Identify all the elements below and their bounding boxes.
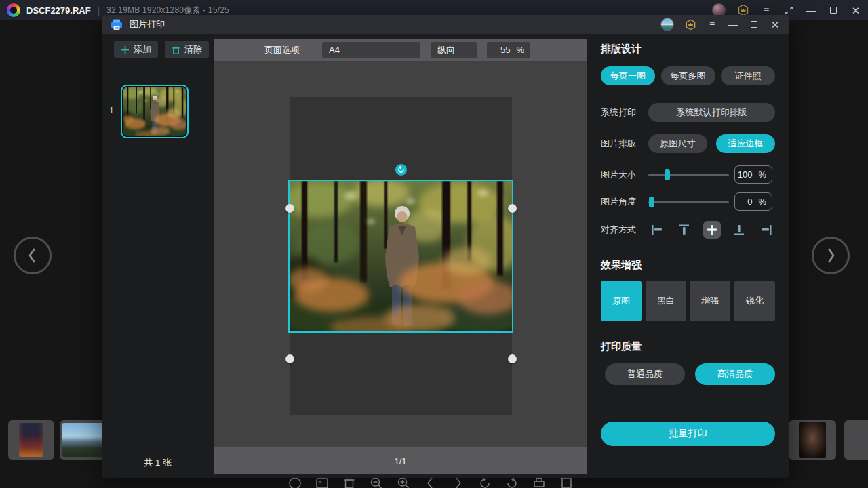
layout-one-per-page-button[interactable]: 每页一图 [601, 66, 655, 85]
image-size-unit: % [758, 169, 766, 180]
paper-size-select[interactable]: A4 [322, 42, 420, 58]
printer-icon [110, 18, 123, 31]
rotate-handle[interactable] [395, 164, 407, 176]
page-options-bar: 页面选项 A4 纵向 55 % [214, 39, 587, 61]
total-count-label: 共 1 张 [102, 457, 214, 469]
clear-button-label: 清除 [184, 43, 202, 56]
effect-bw-button[interactable]: 黑白 [646, 281, 686, 321]
thumbnail-landscape [62, 423, 104, 457]
layout-section-title: 排版设计 [601, 43, 642, 56]
file-name: DSCF2279.RAF [26, 5, 91, 16]
add-button-label: 添加 [134, 43, 151, 56]
image-angle-value: 0 [747, 197, 752, 207]
page-indicator-bar: 1/1 [214, 447, 587, 474]
print-settings-panel: 排版设计 每页一图 每页多图 证件照 系统打印 系统默认打印排版 图片排版 原图… [587, 34, 789, 478]
forest-photo [290, 181, 512, 331]
menu-icon[interactable]: ≡ [761, 5, 772, 16]
image-angle-slider[interactable] [648, 197, 729, 207]
quality-section-title: 打印质量 [601, 340, 642, 353]
original-size-button[interactable]: 原图尺寸 [648, 134, 707, 153]
print-dialog: 图片打印 ≡ — ✕ 添加 清除 [102, 15, 789, 478]
image-size-slider-thumb[interactable] [665, 169, 670, 180]
print-preview-canvas[interactable] [214, 61, 587, 447]
zoom-value: 55 [500, 45, 510, 55]
effect-enhance-button[interactable]: 增强 [690, 281, 730, 321]
chevron-left-icon [24, 246, 41, 265]
quality-hd-button[interactable]: 高清品质 [695, 363, 775, 385]
dialog-titlebar: 图片打印 ≡ — ✕ [102, 15, 789, 34]
dialog-title: 图片打印 [130, 18, 165, 30]
placed-photo[interactable] [290, 181, 512, 331]
plus-icon [121, 45, 130, 54]
dialog-maximize-button[interactable] [749, 19, 760, 30]
align-top-icon[interactable] [675, 221, 693, 239]
image-angle-slider-thumb[interactable] [649, 197, 654, 207]
resize-handle-bottom-right[interactable] [508, 354, 517, 363]
dialog-minimize-button[interactable]: — [728, 19, 738, 30]
align-left-icon[interactable] [648, 221, 666, 239]
next-image-button[interactable] [812, 237, 850, 274]
close-button[interactable]: ✕ [850, 5, 861, 16]
resize-handle-top-left[interactable] [285, 204, 294, 213]
thumbnail-hooded-man [799, 422, 826, 458]
layout-id-photo-button[interactable]: 证件照 [721, 66, 775, 85]
resize-handle-top-right[interactable] [508, 204, 517, 213]
print-list-panel: 添加 清除 1 共 1 张 [102, 34, 214, 478]
fit-frame-button[interactable]: 适应边框 [716, 134, 775, 153]
orientation-value: 纵向 [437, 44, 455, 56]
chevron-right-icon [823, 246, 839, 265]
resize-handle-bottom-left[interactable] [285, 354, 294, 363]
thumbnail-forest-photo [123, 87, 186, 136]
effect-original-button[interactable]: 原图 [601, 281, 642, 321]
align-bottom-icon[interactable] [730, 221, 748, 239]
maximize-button[interactable] [828, 5, 839, 16]
trash-icon [172, 45, 180, 54]
filmstrip-thumbnail[interactable] [789, 420, 836, 460]
alignment-label: 对齐方式 [601, 224, 646, 236]
screen: DSCF2279.RAF | 32.19MB 1920x1280像素 - 15/… [0, 0, 868, 488]
orientation-select[interactable]: 纵向 [431, 42, 477, 58]
fullscreen-icon[interactable] [783, 5, 794, 16]
file-info: 32.19MB 1920x1280像素 - 15/25 [106, 5, 229, 16]
image-angle-valuebox[interactable]: 0 % [734, 192, 772, 211]
previous-image-button[interactable] [14, 237, 52, 274]
titlebar-divider: | [98, 5, 100, 16]
image-size-valuebox[interactable]: 100 % [734, 165, 772, 184]
image-size-slider[interactable] [648, 169, 729, 180]
user-avatar[interactable] [660, 18, 674, 31]
image-layout-label: 图片排版 [601, 138, 646, 150]
page-indicator: 1/1 [394, 456, 406, 466]
page-options-label: 页面选项 [264, 44, 300, 56]
paper-size-value: A4 [329, 45, 340, 55]
filmstrip-thumbnail[interactable] [60, 420, 107, 460]
align-center-icon[interactable] [703, 221, 721, 239]
system-print-label: 系统打印 [601, 106, 646, 119]
print-preview-panel: 页面选项 A4 纵向 55 % [214, 34, 587, 478]
image-angle-unit: % [758, 197, 766, 207]
quality-normal-button[interactable]: 普通品质 [605, 363, 685, 385]
app-logo-icon [7, 3, 20, 17]
system-default-layout-button[interactable]: 系统默认打印排版 [648, 103, 775, 122]
clear-images-button[interactable]: 清除 [165, 41, 209, 58]
thumbnail-index: 1 [109, 106, 114, 115]
image-size-label: 图片大小 [601, 169, 646, 181]
effect-sharpen-button[interactable]: 锐化 [734, 281, 775, 321]
dialog-close-button[interactable]: ✕ [770, 19, 781, 30]
add-image-button[interactable]: 添加 [114, 41, 158, 58]
filmstrip-thumbnail[interactable] [8, 420, 54, 460]
thumbnail-night-city [19, 423, 43, 457]
minimize-button[interactable]: — [806, 5, 816, 16]
image-size-value: 100 [738, 169, 753, 180]
selected-print-thumbnail[interactable] [121, 85, 189, 138]
preview-zoom-input[interactable]: 55 % [487, 42, 530, 58]
menu-icon[interactable]: ≡ [707, 19, 717, 30]
image-angle-label: 图片角度 [601, 196, 646, 208]
effects-section-title: 效果增强 [601, 259, 642, 272]
vip-crown-badge-icon[interactable] [684, 18, 696, 30]
batch-print-button[interactable]: 批量打印 [601, 422, 775, 446]
zoom-unit: % [516, 45, 524, 55]
align-right-icon[interactable] [757, 221, 775, 239]
filmstrip-thumbnail[interactable] [844, 420, 868, 460]
rotate-icon [397, 166, 405, 174]
layout-multi-per-page-button[interactable]: 每页多图 [661, 66, 715, 85]
